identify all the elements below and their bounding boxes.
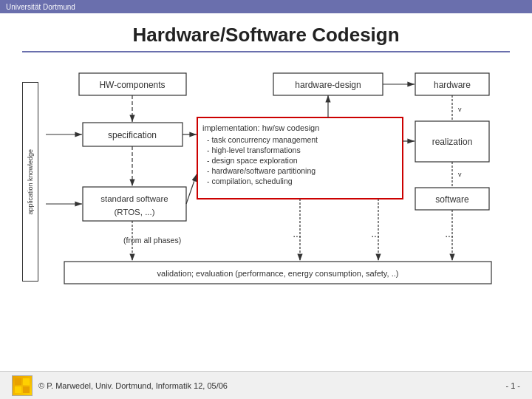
svg-text:- hardware/software partitioni: - hardware/software partitioning (207, 166, 316, 175)
svg-text:- design space exploration: - design space exploration (207, 156, 298, 165)
svg-text:v: v (458, 106, 462, 113)
svg-text:HW-components: HW-components (99, 80, 165, 90)
svg-text:(RTOS, ...): (RTOS, ...) (114, 208, 154, 216)
app-knowledge-label: application knowledge (22, 82, 38, 282)
svg-text:standard software: standard software (100, 194, 168, 203)
footer-logo: © P. Marwedel, Univ. Dortmund, Informati… (12, 375, 228, 396)
svg-text:- compilation, scheduling: - compilation, scheduling (207, 177, 293, 185)
title-area: Hardware/Software Codesign (0, 13, 532, 51)
svg-text:software: software (435, 194, 469, 205)
svg-text:hardware: hardware (434, 80, 471, 90)
svg-text:hardware-design: hardware-design (295, 80, 361, 90)
svg-text:specification: specification (108, 130, 157, 140)
svg-rect-49 (23, 386, 30, 393)
svg-text:realization: realization (432, 137, 473, 147)
footer-page-number: - 1 - (505, 381, 520, 390)
svg-text:- task concurrency management: - task concurrency management (207, 135, 318, 144)
svg-text:v: v (458, 171, 462, 178)
svg-rect-48 (15, 386, 21, 393)
app-knowledge-text: application knowledge (27, 149, 34, 215)
title-divider (22, 51, 510, 52)
university-label: Universität Dortmund (6, 3, 75, 11)
footer-copyright: © P. Marwedel, Univ. Dortmund, Informati… (38, 381, 228, 390)
university-logo (12, 375, 33, 396)
svg-text:validation; evaluation (perfor: validation; evaluation (performance, ene… (157, 269, 399, 278)
diagram-area: application knowledge HW-components hard… (22, 60, 510, 326)
diagram-svg: HW-components hardware-design hardware s… (38, 60, 502, 326)
svg-text:- high-level transformations: - high-level transformations (207, 146, 301, 154)
svg-text:implementation: hw/sw codesign: implementation: hw/sw codesign (202, 123, 319, 132)
svg-rect-46 (15, 378, 21, 385)
svg-text:...: ... (293, 228, 301, 239)
page-title: Hardware/Software Codesign (15, 24, 517, 47)
svg-text:...: ... (445, 228, 454, 239)
top-bar: Universität Dortmund (0, 0, 532, 13)
svg-text:...: ... (371, 228, 380, 239)
footer: © P. Marwedel, Univ. Dortmund, Informati… (0, 371, 532, 399)
svg-line-33 (186, 174, 197, 204)
svg-rect-47 (23, 378, 30, 385)
